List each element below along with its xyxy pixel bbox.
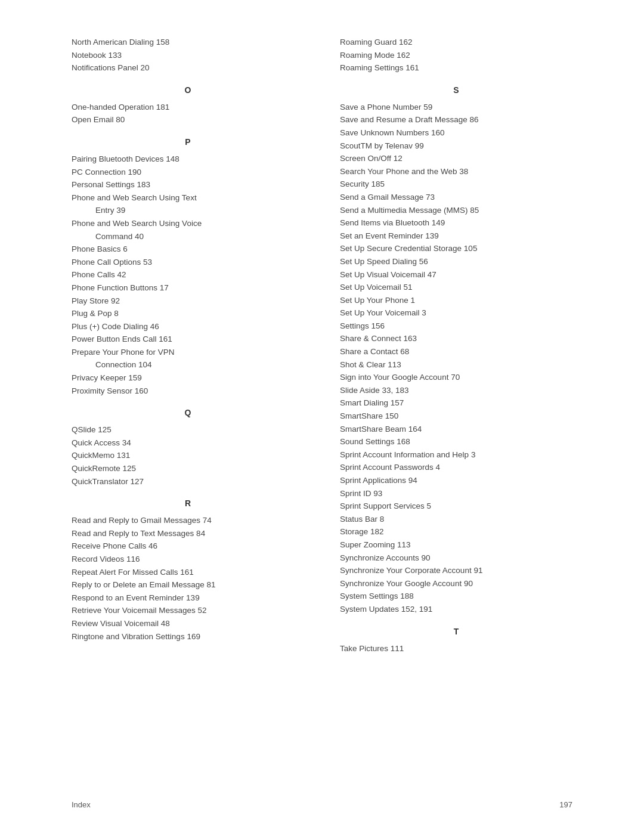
entry-north-american-dialing: North American Dialing 158: [72, 36, 304, 49]
entry-plus-code-dialing: Plus (+) Code Dialing 46: [72, 320, 304, 333]
entry-read-reply-gmail: Read and Reply to Gmail Messages 74: [72, 514, 304, 527]
header-s: S: [340, 85, 572, 95]
entry-storage: Storage 182: [340, 525, 572, 538]
entry-send-items-bluetooth: Send Items via Bluetooth 149: [340, 216, 572, 230]
entry-settings: Settings 156: [340, 320, 572, 333]
entry-phone-web-search-text: Phone and Web Search Using TextEntry 39: [72, 191, 304, 217]
entry-send-gmail-message: Send a Gmail Message 73: [340, 191, 572, 204]
section-no-header-left: North American Dialing 158 Notebook 133 …: [72, 36, 304, 75]
entry-read-reply-text: Read and Reply to Text Messages 84: [72, 527, 304, 540]
entry-sprint-account-info-help: Sprint Account Information and Help 3: [340, 448, 572, 462]
page-container: North American Dialing 158 Notebook 133 …: [0, 0, 644, 833]
entry-sprint-support-services: Sprint Support Services 5: [340, 500, 572, 513]
entry-set-up-your-voicemail: Set Up Your Voicemail 3: [340, 306, 572, 320]
entry-set-up-voicemail: Set Up Voicemail 51: [340, 281, 572, 294]
entry-phone-call-options: Phone Call Options 53: [72, 256, 304, 269]
entry-phone-basics: Phone Basics 6: [72, 243, 304, 256]
footer-page-number: 197: [559, 800, 572, 809]
entry-notebook: Notebook 133: [72, 49, 304, 62]
entry-search-phone-web: Search Your Phone and the Web 38: [340, 165, 572, 178]
header-t: T: [340, 627, 572, 636]
entry-smartshare-beam: SmartShare Beam 164: [340, 423, 572, 436]
entry-sprint-applications: Sprint Applications 94: [340, 474, 572, 487]
entry-status-bar: Status Bar 8: [340, 513, 572, 526]
entry-pc-connection: PC Connection 190: [72, 166, 304, 179]
entry-quickmemo: QuickMemo 131: [72, 449, 304, 462]
entry-save-resume-draft: Save and Resume a Draft Message 86: [340, 113, 572, 126]
section-r: R Read and Reply to Gmail Messages 74 Re…: [72, 498, 304, 643]
entry-set-event-reminder: Set an Event Reminder 139: [340, 230, 572, 243]
entry-quicktranslator: QuickTranslator 127: [72, 475, 304, 488]
header-q: Q: [72, 408, 304, 417]
entry-record-videos: Record Videos 116: [72, 553, 304, 566]
entry-repeat-alert-missed-calls: Repeat Alert For Missed Calls 161: [72, 566, 304, 579]
entry-slide-aside: Slide Aside 33, 183: [340, 384, 572, 397]
entry-reply-delete-email: Reply to or Delete an Email Message 81: [72, 578, 304, 592]
entry-system-updates: System Updates 152, 191: [340, 603, 572, 616]
entry-one-handed-operation: One-handed Operation 181: [72, 101, 304, 114]
entry-sprint-id: Sprint ID 93: [340, 487, 572, 500]
entry-system-settings: System Settings 188: [340, 590, 572, 603]
entry-synchronize-google-account: Synchronize Your Google Account 90: [340, 577, 572, 590]
entry-roaming-mode: Roaming Mode 162: [340, 49, 572, 62]
entry-personal-settings: Personal Settings 183: [72, 178, 304, 191]
entry-respond-event-reminder: Respond to an Event Reminder 139: [72, 592, 304, 605]
entry-phone-function-buttons: Phone Function Buttons 17: [72, 281, 304, 295]
entry-set-up-visual-voicemail: Set Up Visual Voicemail 47: [340, 268, 572, 281]
entry-scoutm-telenav: ScoutTM by Telenav 99: [340, 140, 572, 153]
entry-save-unknown-numbers: Save Unknown Numbers 160: [340, 126, 572, 140]
header-r: R: [72, 498, 304, 508]
entry-pairing-bluetooth: Pairing Bluetooth Devices 148: [72, 153, 304, 166]
entry-save-phone-number: Save a Phone Number 59: [340, 101, 572, 114]
entry-prepare-phone-vpn: Prepare Your Phone for VPNConnection 104: [72, 346, 304, 371]
entry-super-zooming: Super Zooming 113: [340, 538, 572, 552]
entry-receive-phone-calls: Receive Phone Calls 46: [72, 540, 304, 553]
entry-roaming-guard: Roaming Guard 162: [340, 36, 572, 49]
section-q: Q QSlide 125 Quick Access 34 QuickMemo 1…: [72, 408, 304, 488]
entry-retrieve-voicemail: Retrieve Your Voicemail Messages 52: [72, 604, 304, 617]
section-p: P Pairing Bluetooth Devices 148 PC Conne…: [72, 137, 304, 397]
entry-review-visual-voicemail: Review Visual Voicemail 48: [72, 617, 304, 630]
entry-set-up-speed-dialing: Set Up Speed Dialing 56: [340, 255, 572, 268]
section-s: S Save a Phone Number 59 Save and Resume…: [340, 85, 572, 616]
entry-ringtone-vibration: Ringtone and Vibration Settings 169: [72, 630, 304, 643]
entry-send-multimedia-message: Send a Multimedia Message (MMS) 85: [340, 204, 572, 217]
entry-share-connect: Share & Connect 163: [340, 332, 572, 345]
page-footer: Index 197: [72, 800, 572, 809]
left-column: North American Dialing 158 Notebook 133 …: [72, 36, 304, 657]
entry-quickremote: QuickRemote 125: [72, 462, 304, 475]
entry-sound-settings: Sound Settings 168: [340, 435, 572, 448]
entry-qslide: QSlide 125: [72, 423, 304, 436]
entry-set-up-secure-credential: Set Up Secure Credential Storage 105: [340, 242, 572, 255]
section-o: O One-handed Operation 181 Open Email 80: [72, 85, 304, 126]
entry-synchronize-accounts: Synchronize Accounts 90: [340, 552, 572, 565]
entry-privacy-keeper: Privacy Keeper 159: [72, 371, 304, 385]
entry-plug-pop: Plug & Pop 8: [72, 307, 304, 320]
section-roaming: Roaming Guard 162 Roaming Mode 162 Roami…: [340, 36, 572, 75]
header-p: P: [72, 137, 304, 147]
footer-index-label: Index: [72, 800, 91, 809]
entry-set-up-your-phone: Set Up Your Phone 1: [340, 294, 572, 307]
section-t: T Take Pictures 111: [340, 627, 572, 655]
entry-shot-clear: Shot & Clear 113: [340, 358, 572, 371]
entry-sprint-account-passwords: Sprint Account Passwords 4: [340, 461, 572, 474]
entry-phone-web-search-voice: Phone and Web Search Using VoiceCommand …: [72, 217, 304, 243]
entry-proximity-sensor: Proximity Sensor 160: [72, 385, 304, 398]
right-column: Roaming Guard 162 Roaming Mode 162 Roami…: [340, 36, 572, 657]
entry-sign-in-google-account: Sign into Your Google Account 70: [340, 371, 572, 384]
entry-quick-access: Quick Access 34: [72, 436, 304, 450]
entry-smart-dialing: Smart Dialing 157: [340, 397, 572, 410]
entry-smartshare: SmartShare 150: [340, 410, 572, 423]
entry-synchronize-corporate-account: Synchronize Your Corporate Account 91: [340, 564, 572, 577]
entry-share-contact: Share a Contact 68: [340, 345, 572, 358]
entry-roaming-settings: Roaming Settings 161: [340, 61, 572, 75]
entry-screen-onoff: Screen On/Off 12: [340, 152, 572, 165]
entry-notifications-panel: Notifications Panel 20: [72, 61, 304, 75]
entry-play-store: Play Store 92: [72, 295, 304, 308]
entry-take-pictures: Take Pictures 111: [340, 642, 572, 655]
entry-security: Security 185: [340, 178, 572, 191]
two-column-layout: North American Dialing 158 Notebook 133 …: [72, 36, 572, 657]
entry-power-button-ends-call: Power Button Ends Call 161: [72, 333, 304, 346]
entry-open-email: Open Email 80: [72, 113, 304, 126]
header-o: O: [72, 85, 304, 95]
